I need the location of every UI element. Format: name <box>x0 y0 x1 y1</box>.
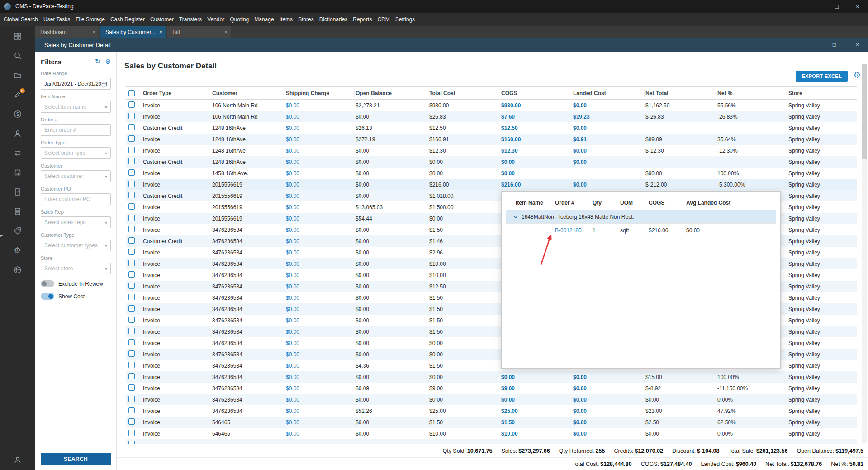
item-name-select[interactable]: Select item name ▾ <box>41 101 111 113</box>
row-checkbox[interactable] <box>128 260 135 266</box>
calendar-icon[interactable] <box>101 81 107 87</box>
cell[interactable]: $0.00 <box>285 283 355 290</box>
inner-close-button[interactable]: × <box>856 42 859 48</box>
cell[interactable]: $0.00 <box>285 431 355 437</box>
row-checkbox[interactable] <box>128 101 135 108</box>
table-row[interactable]: Invoice3476236534$0.00$0.00$0.00$0.00$0.… <box>126 394 857 405</box>
cell[interactable]: $0.00 <box>285 385 355 392</box>
menu-item-global-search[interactable]: Global Search <box>1 16 41 23</box>
menu-item-settings[interactable]: Settings <box>393 16 417 23</box>
table-row[interactable]: Invoice3476236534$0.00$0.09$9.00$9.00$0.… <box>126 383 857 394</box>
customer-po-input[interactable] <box>41 193 111 205</box>
menu-item-cash-register[interactable]: Cash Register <box>108 16 147 23</box>
menu-item-dictionaries[interactable]: Dictionaries <box>317 16 351 23</box>
inner-maximize-button[interactable]: □ <box>833 42 836 48</box>
row-checkbox[interactable] <box>128 350 135 357</box>
row-checkbox[interactable] <box>128 430 135 436</box>
settings-icon[interactable]: ⚙ <box>13 246 22 255</box>
cell[interactable]: $0.00 <box>285 261 355 267</box>
row-checkbox[interactable] <box>128 203 135 210</box>
row-checkbox[interactable] <box>128 135 135 142</box>
cell[interactable]: $0.00 <box>285 227 355 233</box>
close-button[interactable]: × <box>847 0 868 13</box>
show-cost-toggle[interactable] <box>41 293 54 300</box>
search-icon[interactable] <box>13 51 22 60</box>
cell[interactable]: $0.00 <box>285 148 355 154</box>
items-icon[interactable] <box>13 226 22 235</box>
row-checkbox[interactable] <box>128 215 135 221</box>
row-checkbox[interactable] <box>128 181 135 187</box>
menu-item-reports[interactable]: Reports <box>350 16 375 23</box>
table-row[interactable]: Invoice3476236534$0.00$52.26$25.00$25.00… <box>126 405 857 417</box>
maximize-button[interactable]: □ <box>826 0 847 13</box>
row-checkbox[interactable] <box>128 124 135 130</box>
row-checkbox[interactable] <box>128 226 135 232</box>
tab-sales-by-customer[interactable]: Sales by Customer...× <box>100 26 166 38</box>
row-checkbox[interactable] <box>128 283 135 289</box>
web-icon[interactable] <box>13 265 22 274</box>
cell[interactable]: $0.00 <box>285 216 355 222</box>
cell[interactable]: $0.00 <box>285 136 355 143</box>
transfers-icon[interactable] <box>13 149 22 158</box>
table-row[interactable]: Invoice106 North Main Rd$0.00$0.00$26.83… <box>126 111 857 122</box>
cell[interactable]: $0.00 <box>285 125 355 131</box>
cell[interactable]: $0.00 <box>285 329 355 335</box>
inner-minimize-button[interactable]: – <box>810 42 813 48</box>
table-row[interactable] <box>126 439 857 444</box>
table-row[interactable]: Invoice3476236534$0.00$0.00$0.00$0.00$0.… <box>126 371 857 383</box>
dashboard-icon[interactable] <box>13 32 22 41</box>
cell[interactable]: $0.00 <box>285 317 355 324</box>
cell[interactable]: $0.00 <box>285 204 355 211</box>
menu-item-file-storage[interactable]: File Storage <box>73 16 108 23</box>
menu-item-stores[interactable]: Stores <box>295 16 317 23</box>
orders-icon[interactable] <box>13 207 22 216</box>
menu-item-customer[interactable]: Customer <box>147 16 176 23</box>
cell[interactable]: $0.00 <box>285 374 355 380</box>
close-filters-icon[interactable]: ⊗ <box>105 58 111 66</box>
row-checkbox[interactable] <box>128 294 135 300</box>
tab-dashboard[interactable]: Dashboard× <box>35 26 99 38</box>
tasks-icon[interactable]: 2 <box>13 90 22 99</box>
customers-icon[interactable] <box>13 129 22 138</box>
export-excel-button[interactable]: EXPORT EXCEL <box>796 71 848 82</box>
menu-item-vendor[interactable]: Vendor <box>204 16 227 23</box>
menu-item-crm[interactable]: CRM <box>375 16 392 23</box>
row-checkbox[interactable] <box>128 328 135 334</box>
customer-type-select[interactable]: Select customer types ▾ <box>41 240 111 251</box>
table-row[interactable]: Invoice1458 16th Ave.$0.00$0.00$0.00$0.0… <box>126 168 857 179</box>
panel-expander-icon[interactable]: ▸ <box>0 233 3 238</box>
files-icon[interactable] <box>13 71 22 80</box>
sales-rep-select[interactable]: Select sales reps ▾ <box>41 216 111 228</box>
row-checkbox[interactable] <box>128 237 135 244</box>
chevron-down-icon[interactable] <box>513 214 518 220</box>
cell[interactable]: $0.00 <box>285 182 355 188</box>
cell[interactable]: $0.00 <box>285 114 355 120</box>
cell[interactable]: $0.00 <box>285 340 355 346</box>
row-checkbox[interactable] <box>128 305 135 312</box>
row-checkbox[interactable] <box>128 418 135 425</box>
row-checkbox[interactable] <box>128 158 135 164</box>
exclude-in-review-toggle[interactable] <box>41 280 54 287</box>
cell[interactable]: $0.00 <box>285 408 355 414</box>
row-checkbox[interactable] <box>128 396 135 402</box>
order-number-input[interactable] <box>41 124 111 136</box>
row-checkbox[interactable] <box>128 339 135 345</box>
row-checkbox[interactable] <box>128 271 135 278</box>
table-row[interactable]: Invoice1248 16thAve$0.00$272.19$160.91$1… <box>126 134 857 145</box>
row-checkbox[interactable] <box>128 249 135 255</box>
stores-icon[interactable] <box>13 168 22 177</box>
cell[interactable]: $0.00 <box>285 397 355 403</box>
quoting-icon[interactable]: ? <box>13 187 22 197</box>
customer-select[interactable]: Select customer ▾ <box>41 170 111 182</box>
scrollbar-thumb[interactable] <box>862 64 867 159</box>
table-row[interactable]: Invoice546465$0.00$0.00$10.00$10.00$0.00… <box>126 428 857 439</box>
vertical-scrollbar[interactable] <box>862 64 867 443</box>
menu-item-transfers[interactable]: Transfers <box>176 16 204 23</box>
menu-item-items[interactable]: Items <box>277 16 295 23</box>
date-range-input[interactable]: Jan/01/2021 - Dec/31/2021 <box>41 78 111 90</box>
search-button[interactable]: SEARCH <box>41 453 111 465</box>
cell[interactable]: $0.00 <box>285 306 355 312</box>
cell[interactable]: $0.00 <box>285 351 355 358</box>
table-row[interactable]: Invoice546465$0.00$0.00$1.50$1.50$0.00$2… <box>126 417 857 428</box>
cell[interactable]: $0.00 <box>285 102 355 109</box>
